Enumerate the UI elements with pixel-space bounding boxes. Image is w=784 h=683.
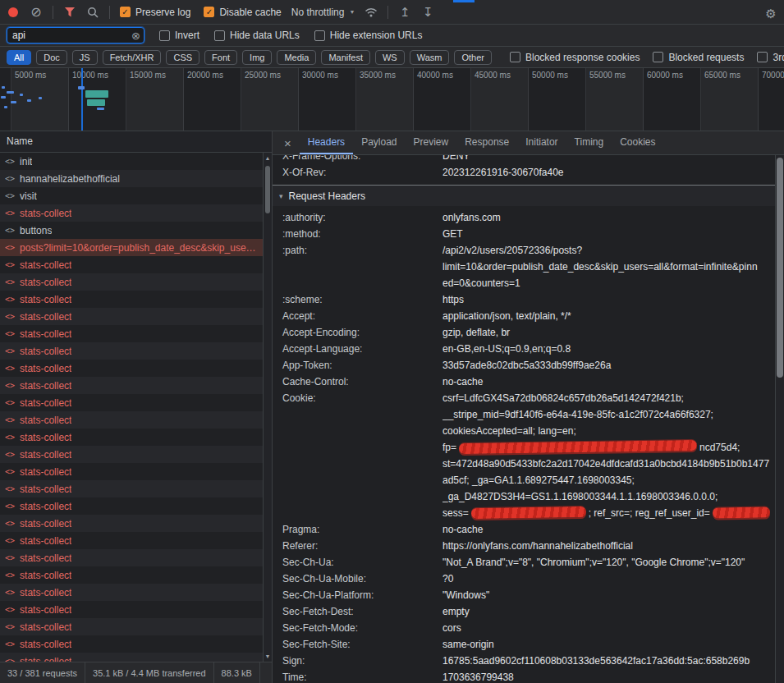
request-row[interactable]: <>stats-collect xyxy=(0,549,263,566)
filter-input[interactable] xyxy=(12,30,128,41)
gear-icon: ⚙ xyxy=(765,7,776,20)
request-row[interactable]: <>stats-collect xyxy=(0,360,263,377)
script-icon: <> xyxy=(5,174,15,183)
scroll-down-icon[interactable]: ▼ xyxy=(264,653,272,659)
tab-payload[interactable]: Payload xyxy=(353,131,405,154)
request-name: stats-collect xyxy=(20,415,71,426)
name-column-header[interactable]: Name xyxy=(0,131,272,153)
details-scrollbar[interactable] xyxy=(775,155,784,683)
request-row[interactable]: <>hannahelizabethofficial xyxy=(0,170,263,187)
request-row[interactable]: <>stats-collect xyxy=(0,532,263,549)
checkbox-blocked-requests[interactable]: ✓Blocked requests xyxy=(653,52,744,63)
checkbox-hide-data-urls[interactable]: ✓Hide data URLs xyxy=(214,30,300,41)
header-value-line: __stripe_mid=9df140f6-e64a-419e-85fc-a1c… xyxy=(442,406,775,423)
script-icon: <> xyxy=(5,346,15,355)
header-name: Sec-Ch-Ua-Platform: xyxy=(282,587,442,603)
request-row[interactable]: <>posts?limit=10&order=publish_date_desc… xyxy=(0,239,263,256)
network-toolbar: ⊘ ✓Preserve log✓Disable cache No throttl… xyxy=(0,0,784,25)
checkbox-disable-cache[interactable]: ✓Disable cache xyxy=(204,7,281,18)
header-row: Time:1703636799438 xyxy=(282,669,775,683)
request-row[interactable]: <>stats-collect xyxy=(0,480,263,497)
export-har-button[interactable]: ↧ xyxy=(421,4,434,21)
tab-timing[interactable]: Timing xyxy=(566,131,612,154)
header-value-text: fp= xyxy=(442,442,456,453)
tab-cookies[interactable]: Cookies xyxy=(612,131,663,154)
filter-chip-wasm[interactable]: Wasm xyxy=(410,50,450,65)
checkbox-blocked-response-cookies[interactable]: ✓Blocked response cookies xyxy=(510,52,640,63)
request-row[interactable]: <>stats-collect xyxy=(0,601,263,618)
request-row[interactable]: <>stats-collect xyxy=(0,515,263,532)
filter-chip-img[interactable]: Img xyxy=(242,50,272,65)
section-header[interactable]: ▾Request Headers xyxy=(273,185,775,206)
request-row[interactable]: <>stats-collect xyxy=(0,273,263,291)
request-row[interactable]: <>stats-collect xyxy=(0,308,263,325)
filter-chip-all[interactable]: All xyxy=(7,50,31,65)
time-label: 40000 ms xyxy=(417,71,453,80)
filter-chip-js[interactable]: JS xyxy=(72,50,98,65)
header-row: Referer:https://onlyfans.com/hannaheliza… xyxy=(282,538,775,554)
filter-chip-other[interactable]: Other xyxy=(454,50,492,65)
tab-initiator[interactable]: Initiator xyxy=(517,131,566,154)
request-row[interactable]: <>visit xyxy=(0,187,263,204)
filter-button[interactable] xyxy=(63,4,76,21)
header-value-line: empty xyxy=(442,603,775,620)
filter-chip-media[interactable]: Media xyxy=(277,50,316,65)
header-name: Accept: xyxy=(282,308,442,324)
header-value-text: "Not_A Brand";v="8", "Chromium";v="120",… xyxy=(442,557,745,568)
filter-chip-css[interactable]: CSS xyxy=(166,50,199,65)
filter-chip-font[interactable]: Font xyxy=(204,50,237,65)
request-rows: <>init<>hannahelizabethofficial<>visit<>… xyxy=(0,153,263,662)
filter-chip-ws[interactable]: WS xyxy=(375,50,405,65)
request-row[interactable]: <>stats-collect xyxy=(0,204,263,222)
request-row[interactable]: <>stats-collect xyxy=(0,463,263,480)
request-name: stats-collect xyxy=(20,552,71,564)
request-row[interactable]: <>buttons xyxy=(0,222,263,239)
close-details-button[interactable]: × xyxy=(276,131,300,154)
filter-chip-doc[interactable]: Doc xyxy=(36,50,67,65)
tab-response[interactable]: Response xyxy=(456,131,517,154)
checkbox-invert[interactable]: ✓Invert xyxy=(159,30,199,41)
clear-button[interactable]: ⊘ xyxy=(30,4,43,21)
request-list-scrollbar[interactable]: ▲ ▼ xyxy=(263,153,272,662)
request-row[interactable]: <>init xyxy=(0,153,263,170)
header-row: X-Frame-Options:DENY xyxy=(282,155,775,164)
import-har-button[interactable]: ↥ xyxy=(398,4,411,21)
request-row[interactable]: <>stats-collect xyxy=(0,653,263,662)
filter-input-box[interactable]: ⊗ xyxy=(7,27,144,44)
network-conditions-button[interactable] xyxy=(364,4,378,21)
header-value-text: https://onlyfans.com/hannahelizabethoffi… xyxy=(442,540,633,552)
settings-button[interactable]: ⚙ xyxy=(764,5,777,21)
scrollbar-thumb[interactable] xyxy=(265,166,270,213)
record-button[interactable] xyxy=(7,4,20,21)
timeline-overview[interactable]: 5000 ms10000 ms15000 ms20000 ms25000 ms3… xyxy=(0,68,784,131)
scroll-up-icon[interactable]: ▲ xyxy=(264,155,272,161)
request-name: hannahelizabethofficial xyxy=(20,173,120,185)
tab-headers[interactable]: Headers xyxy=(300,131,353,154)
request-row[interactable]: <>stats-collect xyxy=(0,411,263,429)
record-icon xyxy=(8,7,18,17)
throttling-select[interactable]: No throttling ▼ xyxy=(291,7,355,18)
checkbox-hide-extension-urls[interactable]: ✓Hide extension URLs xyxy=(314,30,423,41)
request-row[interactable]: <>stats-collect xyxy=(0,566,263,584)
request-row[interactable]: <>stats-collect xyxy=(0,291,263,308)
header-value-line: application/json, text/plain, */* xyxy=(442,308,775,324)
filter-chip-manifest[interactable]: Manifest xyxy=(321,50,370,65)
request-row[interactable]: <>stats-collect xyxy=(0,618,263,635)
checkbox-3rd-party-requests[interactable]: ✓3rd-party requests xyxy=(757,52,784,63)
tab-preview[interactable]: Preview xyxy=(406,131,457,154)
request-row[interactable]: <>stats-collect xyxy=(0,325,263,342)
request-row[interactable]: <>stats-collect xyxy=(0,342,263,360)
scrollbar-thumb[interactable] xyxy=(777,158,783,378)
request-row[interactable]: <>stats-collect xyxy=(0,429,263,446)
request-row[interactable]: <>stats-collect xyxy=(0,446,263,463)
checkbox-preserve-log[interactable]: ✓Preserve log xyxy=(120,7,190,18)
request-row[interactable]: <>stats-collect xyxy=(0,394,263,411)
request-row[interactable]: <>stats-collect xyxy=(0,584,263,601)
request-row[interactable]: <>stats-collect xyxy=(0,497,263,515)
request-row[interactable]: <>stats-collect xyxy=(0,635,263,653)
search-button[interactable] xyxy=(86,4,99,21)
request-row[interactable]: <>stats-collect xyxy=(0,256,263,273)
filter-chip-fetch-xhr[interactable]: Fetch/XHR xyxy=(103,50,162,65)
clear-filter-icon[interactable]: ⊗ xyxy=(131,30,140,41)
request-row[interactable]: <>stats-collect xyxy=(0,377,263,394)
